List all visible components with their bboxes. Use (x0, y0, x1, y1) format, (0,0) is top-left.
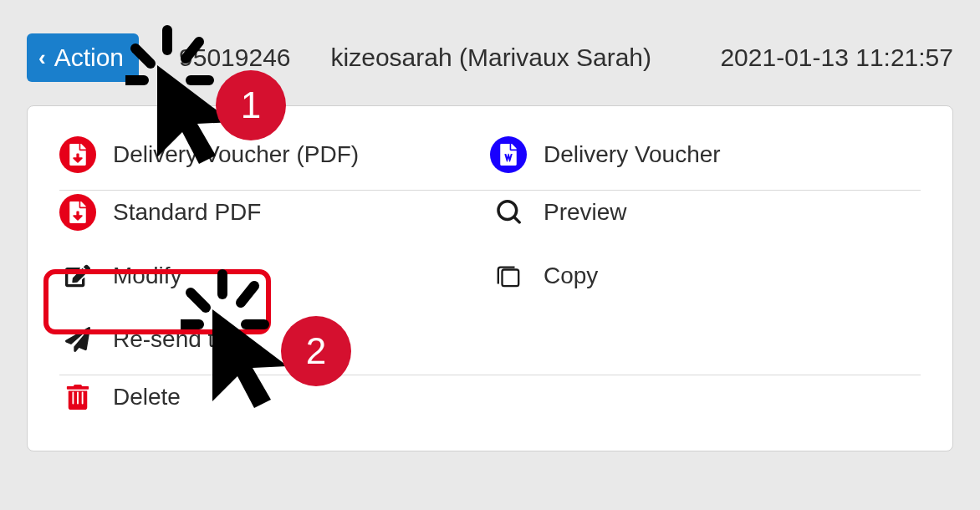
menu-item-label: Preview (544, 199, 627, 226)
copy-icon (490, 258, 527, 294)
action-menu-panel: Delivery Voucher (PDF) Delivery Voucher … (27, 105, 953, 451)
record-timestamp: 2021-01-13 11:21:57 (720, 43, 953, 72)
send-icon (59, 321, 96, 358)
edit-icon (59, 258, 96, 294)
record-header: ‹ Action 95019246 kizeosarah (Marivaux S… (27, 33, 953, 105)
pdf-file-icon (59, 136, 96, 173)
menu-item-label: Delivery Voucher (544, 141, 721, 168)
menu-item-modify[interactable]: Modify (59, 258, 490, 294)
menu-item-label: Delivery Voucher (PDF) (113, 141, 359, 168)
pdf-file-icon (59, 194, 96, 231)
menu-item-resend[interactable]: Re-send the (59, 321, 490, 358)
menu-item-standard-pdf[interactable]: Standard PDF (59, 194, 490, 231)
menu-item-label: Re-send the (113, 326, 241, 353)
doc-file-icon (490, 136, 527, 173)
menu-item-delivery-voucher-pdf[interactable]: Delivery Voucher (PDF) (59, 136, 490, 173)
record-id: 95019246 (179, 43, 290, 72)
trash-icon (59, 379, 96, 416)
menu-item-label: Modify (113, 263, 181, 289)
action-button-label: Action (54, 43, 124, 72)
menu-item-delivery-voucher[interactable]: Delivery Voucher (490, 136, 921, 173)
action-dropdown-button[interactable]: ‹ Action (27, 33, 139, 82)
svg-rect-0 (503, 270, 519, 287)
menu-item-label: Copy (544, 263, 598, 289)
search-icon (490, 194, 527, 231)
menu-item-label: Delete (113, 384, 181, 411)
menu-item-label: Standard PDF (113, 199, 261, 226)
menu-item-delete[interactable]: Delete (59, 379, 490, 416)
chevron-left-icon: ‹ (38, 45, 46, 71)
menu-item-preview[interactable]: Preview (490, 194, 921, 231)
record-user: kizeosarah (Marivaux Sarah) (331, 43, 681, 72)
menu-item-copy[interactable]: Copy (490, 258, 921, 294)
